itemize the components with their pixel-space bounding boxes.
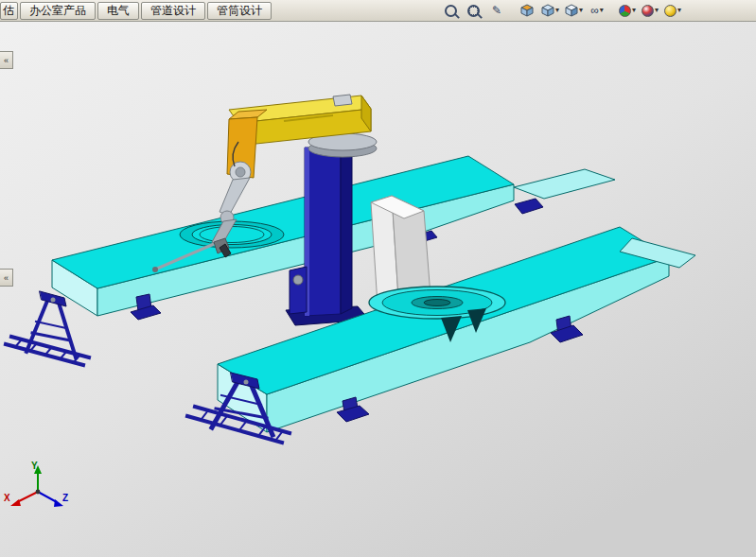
command-tabs-bar: 估 办公室产品 电气 管道设计 管筒设计 ✎ [0,0,756,22]
chevron-down-icon: ▾ [677,7,681,14]
yellow-ball-icon [664,5,677,17]
zoom-fit-icon[interactable] [442,2,461,19]
cube-icon [541,4,554,17]
panel-flyout-arrow-bottom[interactable]: « [0,269,13,287]
tab-office-products[interactable]: 办公室产品 [20,2,96,20]
tab-tubing-design[interactable]: 管筒设计 [207,2,272,20]
tab-piping-design[interactable]: 管道设计 [141,2,205,20]
section-view-icon[interactable] [518,2,536,19]
display-style-icon[interactable]: ▾ [564,2,584,19]
glasses-icon: ∞ [590,5,599,16]
triad-y-label: Y [31,461,38,471]
cut-cube-icon [520,4,534,17]
color-ball-icon [619,5,631,17]
edit-appearance-icon[interactable]: ▾ [618,2,637,19]
view-settings-icon[interactable]: ▾ [663,2,682,19]
zoom-area-icon[interactable] [465,2,483,19]
magnifier-area-icon [467,5,480,17]
chevron-down-icon: ▾ [555,7,559,14]
double-chevron-left-icon: « [4,273,9,283]
triad-z-label: Z [62,493,68,503]
triad-x-label: X [4,493,10,503]
solidworks-window: Y X Z 估 办公室产品 电气 管道设计 管筒设计 ✎ [0,0,756,557]
scene-ball-icon [642,5,654,17]
hide-show-items-icon[interactable]: ∞ ▾ [588,2,607,19]
pencil-icon: ✎ [492,5,501,16]
chevron-down-icon: ▾ [600,7,604,14]
panel-flyout-arrow-top[interactable]: « [0,51,13,69]
previous-view-icon[interactable]: ✎ [487,2,506,19]
chevron-down-icon: ▾ [632,7,636,14]
shaded-cube-icon [565,4,578,17]
apply-scene-icon[interactable]: ▾ [641,2,659,19]
chevron-down-icon: ▾ [655,7,659,14]
chevron-down-icon: ▾ [579,7,583,14]
tab-partial[interactable]: 估 [0,2,18,20]
view-toolbar: ✎ ▾ [442,2,682,19]
view-orientation-icon[interactable]: ▾ [540,2,560,19]
tab-electrical[interactable]: 电气 [97,2,139,20]
3d-viewport[interactable]: Y X Z [0,0,756,557]
magnifier-icon [445,5,457,17]
double-chevron-left-icon: « [4,56,9,65]
